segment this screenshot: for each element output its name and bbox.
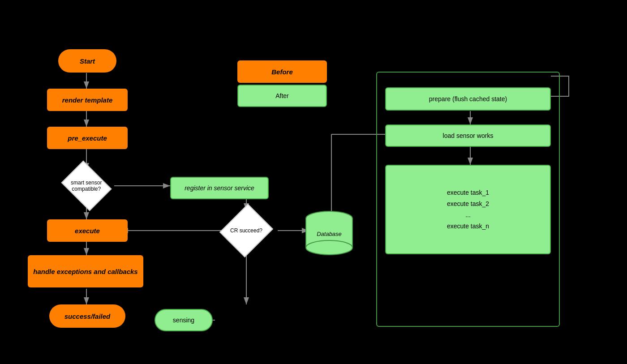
legend-after: After (237, 85, 327, 107)
sensing-node: sensing (155, 309, 213, 331)
start-node: Start (58, 49, 116, 73)
handle-exceptions-node: handle exceptions and callbacks (28, 255, 143, 287)
svg-point-22 (306, 240, 352, 255)
smart-sensor-diamond: smart sensor compatible? (61, 160, 112, 211)
execute-tasks-node: execute task_1execute task_2...execute t… (385, 165, 551, 254)
diagram-container: Before After Start render template pre_e… (0, 0, 627, 364)
register-sensor-node: register in sensor service (170, 177, 269, 199)
prepare-node: prepare (flush cached state) (385, 87, 551, 111)
load-sensor-node: load sensor works (385, 124, 551, 147)
svg-text:Database: Database (317, 231, 342, 237)
database-node: Database (305, 210, 354, 255)
legend-before: Before (237, 60, 327, 83)
legend-box: Before After (237, 60, 327, 107)
execute-node: execute (47, 219, 128, 242)
render-template-node: render template (47, 89, 128, 111)
success-failed-node: success/failed (49, 304, 125, 328)
cr-succeed-diamond: CR succeed? (219, 204, 273, 257)
pre-execute-node: pre_execute (47, 127, 128, 149)
